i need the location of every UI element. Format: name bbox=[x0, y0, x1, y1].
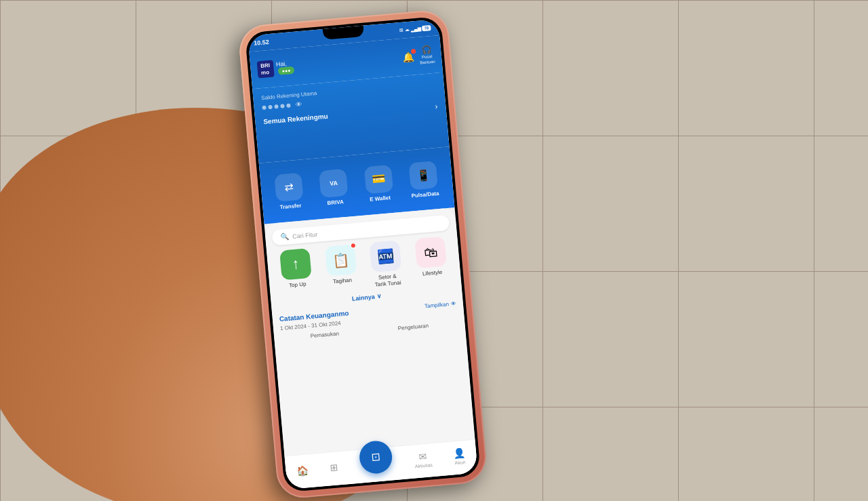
bottom-nav: 🏠 ⊞ ⊡ ✉ Aktivitas 👤 Akun bbox=[284, 439, 477, 489]
greeting-pill: ●●● bbox=[277, 66, 295, 75]
tagihan-feature[interactable]: 📋 Tagihan bbox=[325, 244, 359, 292]
status-time: 10.52 bbox=[254, 39, 269, 47]
setor-icon-wrapper: 🏧 bbox=[370, 240, 402, 273]
chevron-right-icon: › bbox=[435, 102, 438, 111]
transfer-label: Transfer bbox=[279, 202, 301, 210]
nav-muka[interactable]: ⊞ bbox=[330, 462, 338, 473]
nav-akun[interactable]: 👤 Akun bbox=[453, 447, 466, 465]
lifestyle-icon: 🛍 bbox=[423, 244, 438, 261]
tagihan-label: Tagihan bbox=[333, 277, 353, 285]
camera-icon: ⊡ bbox=[371, 450, 381, 464]
briva-icon: VA bbox=[319, 168, 348, 197]
tagihan-icon-bg: 📋 bbox=[325, 244, 357, 277]
briva-menu-item[interactable]: VA BRIVA bbox=[319, 168, 349, 206]
ewallet-label: E Wallet bbox=[370, 195, 391, 203]
pulsa-icon: 📱 bbox=[409, 161, 438, 190]
transfer-icon: ⇄ bbox=[274, 172, 303, 201]
headset-icon: 🎧 bbox=[421, 45, 432, 55]
bri-badge: BRImo bbox=[257, 60, 275, 78]
tagihan-icon-wrapper: 📋 bbox=[325, 244, 357, 277]
aktivitas-label: Aktivitas bbox=[415, 462, 433, 468]
atm-icon: 🏧 bbox=[376, 247, 395, 265]
eye-small-icon: 👁 bbox=[451, 300, 457, 307]
pusat-bantuan-button[interactable]: 🎧 PusatBantuan bbox=[418, 45, 435, 65]
tagihan-icon: 📋 bbox=[332, 252, 350, 269]
header-right: 🔔 🎧 PusatBantuan bbox=[401, 45, 435, 66]
topup-icon-bg: ↑ bbox=[279, 248, 312, 281]
battery-icon: 78 bbox=[422, 25, 431, 31]
setor-label: Setor &Tarik Tunai bbox=[374, 273, 401, 287]
tagihan-notification-dot bbox=[350, 243, 356, 249]
grid-icon: ⊞ bbox=[330, 462, 338, 473]
phone-screen: 10.52 ⊠ ☁ ▂▄▆ 78 BRImo Hai, ●●● bbox=[248, 19, 477, 489]
person-icon: 👤 bbox=[453, 447, 465, 459]
topup-icon-wrapper: ↑ bbox=[279, 248, 312, 281]
nav-center-button[interactable]: ⊡ bbox=[358, 439, 393, 475]
pulsa-menu-item[interactable]: 📱 Pulsa/Data bbox=[408, 161, 439, 199]
bri-logo: BRImo Hai, ●●● bbox=[257, 58, 295, 79]
nav-home[interactable]: 🏠 bbox=[296, 464, 309, 476]
dot-4 bbox=[280, 104, 285, 108]
lifestyle-feature[interactable]: 🛍 Lifestyle bbox=[414, 236, 448, 284]
lifestyle-icon-wrapper: 🛍 bbox=[414, 236, 447, 268]
tampilkan-button[interactable]: Tampilkan 👁 bbox=[425, 300, 457, 309]
notification-button[interactable]: 🔔 bbox=[402, 51, 414, 62]
white-body: 🔍 Cari Fitur ↑ Top Up bbox=[264, 207, 478, 489]
dot-3 bbox=[274, 104, 279, 109]
phone-bezel: 10.52 ⊠ ☁ ▂▄▆ 78 BRImo Hai, ●●● bbox=[245, 16, 481, 493]
status-icons: ⊠ ☁ ▂▄▆ 78 bbox=[399, 25, 431, 33]
tampilkan-label: Tampilkan bbox=[425, 301, 450, 309]
search-icon: 🔍 bbox=[280, 233, 289, 241]
ewallet-icon: 💳 bbox=[363, 164, 393, 193]
topup-label: Top Up bbox=[289, 281, 307, 289]
briva-label: BRIVA bbox=[327, 199, 344, 206]
pemasukan-label: Pemasukan bbox=[310, 331, 339, 340]
dot-1 bbox=[262, 105, 267, 110]
topup-feature[interactable]: ↑ Top Up bbox=[279, 248, 313, 296]
nav-aktivitas[interactable]: ✉ Aktivitas bbox=[414, 450, 433, 468]
cloud-icon: ☁ bbox=[404, 27, 410, 33]
akun-label: Akun bbox=[454, 460, 466, 465]
transfer-menu-item[interactable]: ⇄ Transfer bbox=[274, 172, 304, 210]
lifestyle-icon-bg: 🛍 bbox=[414, 236, 447, 268]
pengeluaran-label: Pengeluaran bbox=[397, 323, 429, 332]
dot-2 bbox=[268, 104, 273, 109]
eye-icon[interactable]: 👁 bbox=[295, 100, 302, 108]
topup-icon: ↑ bbox=[292, 255, 300, 273]
pulsa-label: Pulsa/Data bbox=[411, 190, 439, 199]
semua-rekening-text: Semua Rekeningmu bbox=[263, 112, 328, 125]
catatan-title-suffix: mo bbox=[338, 309, 349, 317]
lifestyle-label: Lifestyle bbox=[422, 269, 443, 277]
notification-badge bbox=[411, 49, 416, 54]
wifi-icon: ⊠ bbox=[399, 28, 403, 33]
mail-icon: ✉ bbox=[418, 451, 427, 462]
search-placeholder: Cari Fitur bbox=[292, 231, 318, 239]
signal-icon: ▂▄▆ bbox=[410, 26, 421, 32]
phone-case: 10.52 ⊠ ☁ ▂▄▆ 78 BRImo Hai, ●●● bbox=[237, 9, 488, 500]
pusat-bantuan-label: PusatBantuan bbox=[419, 54, 435, 65]
ewallet-menu-item[interactable]: 💳 E Wallet bbox=[363, 164, 393, 202]
setor-feature[interactable]: 🏧 Setor &Tarik Tunai bbox=[370, 240, 403, 288]
setor-icon-bg: 🏧 bbox=[370, 240, 402, 273]
home-icon: 🏠 bbox=[296, 464, 309, 476]
dot-5 bbox=[286, 103, 291, 108]
lainnya-label: Lainnya ∨ bbox=[351, 293, 381, 302]
